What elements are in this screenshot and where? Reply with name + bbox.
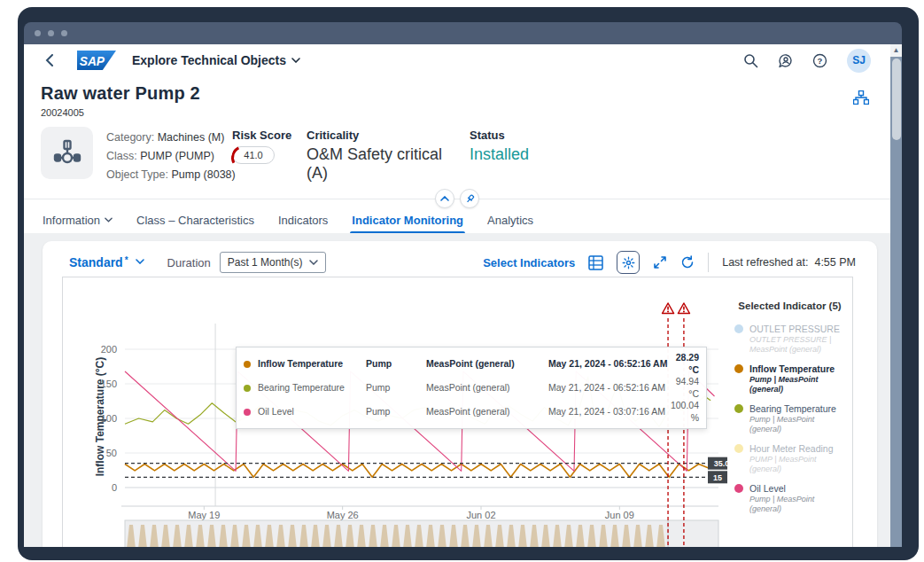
chart-area: Inflow Temperature (°C) 050100150200May …	[63, 277, 722, 547]
select-indicators-button[interactable]: Select Indicators	[483, 256, 575, 269]
pin-header-button[interactable]	[460, 189, 479, 208]
window-titlebar[interactable]	[24, 22, 902, 44]
tab-label: Class – Characteristics	[136, 214, 254, 227]
tooltip-row: Inflow Temperature Pump MeasPoint (gener…	[244, 352, 699, 376]
series-dot	[244, 361, 251, 368]
risk-score-badge[interactable]: 41.0	[232, 146, 275, 164]
scroll-up-arrow[interactable]: ▲	[890, 44, 902, 57]
legend-item-oil-level[interactable]: Oil LevelPump | MeasPoint (general)	[734, 483, 845, 513]
page-scrollbar[interactable]: ▲	[890, 44, 902, 547]
back-button[interactable]	[45, 54, 65, 66]
tab-label: Information	[43, 214, 100, 227]
tab-indicator-monitoring[interactable]: Indicator Monitoring	[352, 211, 463, 234]
legend-item-inflow-temperature[interactable]: Inflow TemperaturePump | MeasPoint (gene…	[734, 363, 845, 394]
legend-title: Selected Indicator (5)	[734, 301, 845, 311]
indicator-monitoring-card: Standard* Duration Past 1 Month(s) Selec…	[43, 241, 877, 547]
series-dot	[734, 444, 743, 453]
refresh-icon[interactable]	[680, 255, 695, 269]
tab-bar: Information Class – Characteristics Indi…	[24, 211, 890, 235]
status-value: Installed	[470, 145, 529, 164]
tab-label: Indicator Monitoring	[352, 214, 463, 227]
pin-icon	[465, 194, 475, 204]
shell-app-title[interactable]: Explore Technical Objects	[132, 53, 300, 67]
tab-label: Analytics	[487, 214, 533, 227]
fullscreen-icon[interactable]	[653, 255, 667, 269]
chevron-down-icon	[136, 259, 144, 264]
svg-text:May 19: May 19	[188, 510, 220, 520]
tab-class-characteristics[interactable]: Class – Characteristics	[136, 211, 254, 234]
view-variant-name: Standard	[69, 255, 123, 269]
status-block: Status Installed	[470, 127, 529, 184]
shell-app-title-text: Explore Technical Objects	[132, 53, 286, 67]
app-content: SAP Explore Technical Objects ? SJ	[24, 44, 890, 547]
svg-text:0: 0	[112, 482, 117, 493]
chart-tooltip: Inflow Temperature Pump MeasPoint (gener…	[236, 347, 707, 429]
view-modified-mark: *	[125, 255, 128, 265]
chevron-down-icon	[105, 217, 113, 222]
view-variant-selector[interactable]: Standard*	[69, 255, 144, 269]
window-control-dot[interactable]	[35, 30, 41, 36]
hierarchy-icon[interactable]	[853, 90, 869, 118]
user-avatar[interactable]: SJ	[847, 49, 871, 73]
object-type-tile	[41, 127, 93, 179]
object-info-row: Category: Machines (M) Class: PUMP (PUMP…	[24, 118, 890, 184]
category-value: Machines (M)	[158, 131, 225, 144]
svg-text:35.01: 35.01	[714, 459, 727, 468]
window-control-dot[interactable]	[61, 30, 67, 36]
help-icon[interactable]: ?	[812, 53, 827, 68]
series-dot	[734, 324, 743, 333]
tab-analytics[interactable]: Analytics	[487, 211, 533, 234]
object-attributes: Category: Machines (M) Class: PUMP (PUMP…	[106, 127, 230, 184]
header-collapse-row	[24, 188, 890, 211]
page-header: Raw water Pump 2 20024005	[24, 76, 890, 118]
tooltip-row: Oil Level Pump MeasPoint (general) May 2…	[244, 400, 699, 424]
series-dot	[734, 364, 743, 373]
search-icon[interactable]	[743, 53, 758, 68]
legend-item-outlet-pressure[interactable]: OUTLET PRESSUREOUTLET PRESSURE | MeasPoi…	[734, 324, 845, 354]
legend-item-hour-meter-reading[interactable]: Hour Meter ReadingPUMP | MeasPoint (gene…	[734, 443, 845, 473]
svg-text:Jun 02: Jun 02	[466, 510, 495, 520]
pump-icon	[52, 138, 82, 168]
svg-text:?: ?	[818, 56, 823, 66]
tab-label: Indicators	[278, 214, 328, 227]
legend-item-bearing-temperature[interactable]: Bearing TemperaturePump | MeasPoint (gen…	[734, 403, 845, 433]
svg-text:SAP: SAP	[80, 55, 105, 68]
tab-information[interactable]: Information	[43, 211, 113, 234]
selected-indicators-legend: Selected Indicator (5) OUTLET PRESSUREOU…	[722, 277, 852, 547]
class-value: PUMP (PUMP)	[140, 150, 214, 162]
tab-indicators[interactable]: Indicators	[278, 211, 328, 234]
object-type-label: Object Type:	[106, 168, 168, 181]
criticality-label: Criticality	[307, 129, 468, 142]
svg-text:May 26: May 26	[327, 510, 359, 520]
svg-text:150: 150	[101, 379, 117, 389]
duration-value: Past 1 Month(s)	[228, 256, 303, 269]
chevron-down-icon	[291, 58, 300, 63]
series-dot	[734, 404, 743, 413]
svg-text:15: 15	[713, 473, 722, 482]
gear-icon	[622, 256, 635, 269]
collapse-header-button[interactable]	[435, 189, 454, 208]
shell-header: SAP Explore Technical Objects ? SJ	[24, 44, 890, 76]
last-refreshed-label: Last refreshed at:	[722, 256, 808, 269]
risk-score-label: Risk Score	[232, 129, 303, 142]
chevron-down-icon	[309, 260, 318, 265]
svg-text:50: 50	[106, 448, 117, 458]
status-label: Status	[470, 129, 529, 142]
last-refreshed-value: 4:55 PM	[814, 256, 856, 269]
svg-text:200: 200	[101, 344, 117, 355]
series-dot	[244, 385, 251, 392]
chart-settings-button[interactable]	[617, 251, 640, 274]
duration-select[interactable]: Past 1 Month(s)	[220, 252, 326, 273]
table-view-icon[interactable]	[588, 255, 603, 270]
object-number: 20024005	[41, 107, 200, 118]
category-label: Category:	[106, 131, 154, 144]
class-label: Class:	[106, 150, 137, 162]
duration-label: Duration	[167, 256, 211, 269]
series-dot	[244, 409, 251, 416]
chart-toolbar: Standard* Duration Past 1 Month(s) Selec…	[43, 241, 877, 281]
scrollbar-thumb[interactable]	[892, 59, 901, 140]
tooltip-row: Bearing Temperature Pump MeasPoint (gene…	[244, 376, 699, 400]
sap-logo[interactable]: SAP	[77, 51, 116, 70]
copilot-chat-icon[interactable]	[778, 53, 793, 68]
window-control-dot[interactable]	[48, 30, 54, 36]
